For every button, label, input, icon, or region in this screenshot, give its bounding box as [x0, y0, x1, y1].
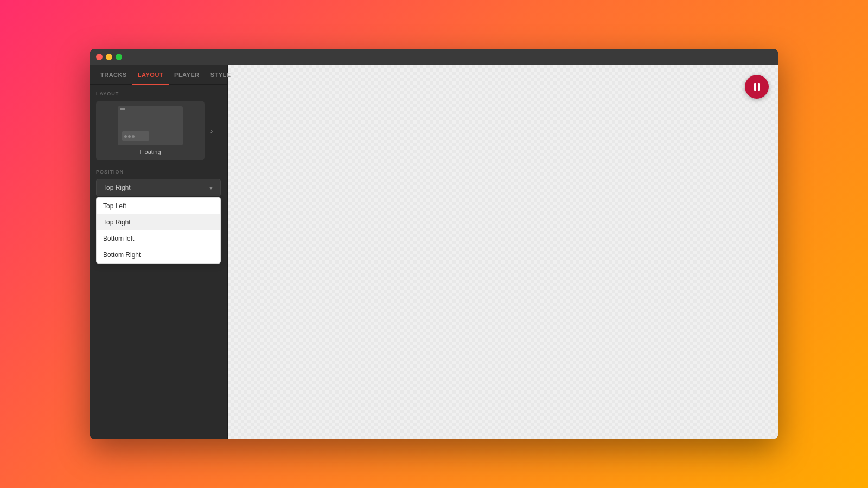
- position-select-value: Top Right: [103, 184, 131, 191]
- dropdown-item-top-right[interactable]: Top Right: [97, 214, 220, 230]
- layout-card-player-preview: [122, 131, 149, 141]
- sidebar: TRACKS LAYOUT PLAYER STYLE LAYOUT: [90, 65, 228, 439]
- player-dot-2: [128, 135, 131, 138]
- tab-style[interactable]: STYLE: [205, 65, 237, 85]
- chevron-down-icon: ▼: [208, 185, 214, 191]
- position-section: POSITION Top Right ▼ Top Left Top Right …: [96, 169, 221, 196]
- pause-bar-left: [754, 83, 756, 91]
- dropdown-item-bottom-right[interactable]: Bottom Right: [97, 247, 220, 263]
- pause-button[interactable]: [745, 75, 769, 99]
- layout-nav-next[interactable]: ›: [207, 126, 216, 136]
- sidebar-content: LAYOUT Floating ›: [90, 85, 227, 439]
- tab-player[interactable]: PLAYER: [169, 65, 205, 85]
- layout-card-label: Floating: [139, 149, 161, 155]
- dropdown-item-top-left[interactable]: Top Left: [97, 198, 220, 214]
- position-dropdown: Top Left Top Right Bottom left Bottom Ri…: [96, 197, 221, 264]
- window-body: TRACKS LAYOUT PLAYER STYLE LAYOUT: [90, 65, 778, 439]
- main-content: [228, 65, 778, 439]
- titlebar: [90, 49, 778, 65]
- close-button[interactable]: [96, 54, 103, 60]
- pause-bar-right: [758, 83, 760, 91]
- layout-card-container: Floating ›: [96, 101, 221, 160]
- dropdown-item-bottom-left[interactable]: Bottom left: [97, 230, 220, 247]
- player-dot-1: [124, 135, 127, 138]
- position-select-wrapper: Top Right ▼ Top Left Top Right Bottom le…: [96, 179, 221, 196]
- minimize-button[interactable]: [106, 54, 112, 60]
- player-dot-3: [132, 135, 135, 138]
- layout-card-floating[interactable]: Floating: [96, 101, 205, 160]
- position-select[interactable]: Top Right ▼: [96, 179, 221, 196]
- tab-tracks[interactable]: TRACKS: [95, 65, 132, 85]
- pause-icon: [754, 83, 760, 91]
- position-section-label: POSITION: [96, 169, 221, 175]
- tab-bar: TRACKS LAYOUT PLAYER STYLE: [90, 65, 227, 85]
- tab-layout[interactable]: LAYOUT: [132, 65, 169, 85]
- maximize-button[interactable]: [116, 54, 122, 60]
- app-window: TRACKS LAYOUT PLAYER STYLE LAYOUT: [90, 49, 778, 439]
- layout-section-label: LAYOUT: [96, 91, 221, 97]
- layout-card-preview: [118, 106, 183, 145]
